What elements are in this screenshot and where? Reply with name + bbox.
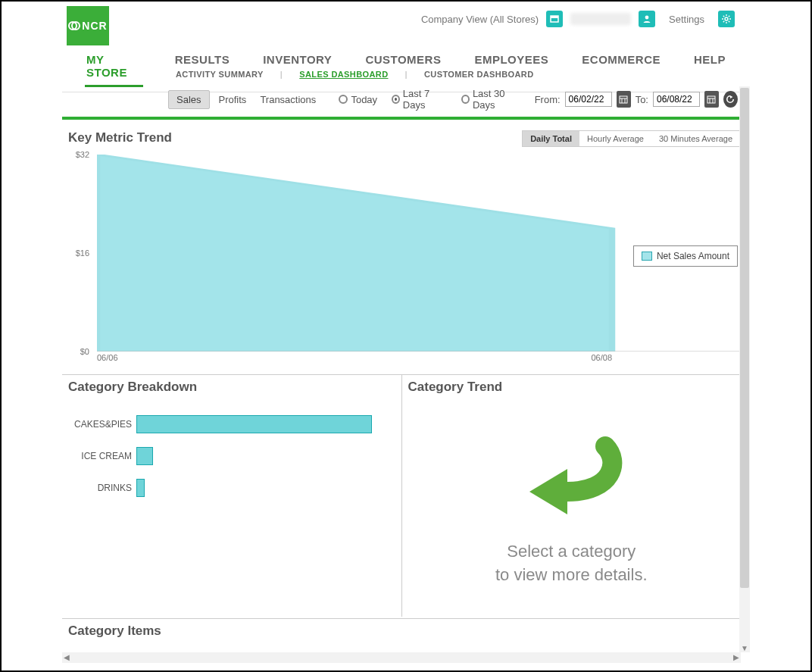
ytick-0: $0	[80, 347, 89, 356]
metric-tab-sales[interactable]: Sales	[168, 90, 210, 109]
breakdown-title: Category Breakdown	[68, 380, 395, 398]
legend-swatch	[642, 252, 652, 261]
brand-text: NCR	[82, 20, 107, 32]
sub-nav: ACTIVITY SUMMARY | SALES DASHBOARD | CUS…	[176, 70, 534, 79]
hint-arrow-icon	[514, 431, 628, 522]
ytick-16: $16	[76, 248, 89, 258]
store-icon[interactable]	[546, 11, 563, 27]
from-date-input[interactable]	[565, 92, 612, 107]
xtick-end: 06/08	[591, 353, 612, 362]
user-icon[interactable]	[639, 11, 655, 27]
bar-label: CAKES&PIES	[68, 419, 136, 430]
svg-point-4	[645, 16, 649, 20]
user-name-redacted	[570, 13, 631, 25]
gear-icon[interactable]	[718, 11, 735, 27]
bar-cakes	[136, 415, 372, 433]
bar-label: DRINKS	[68, 483, 136, 493]
horizontal-scrollbar[interactable]: ◀ ▶	[62, 652, 741, 663]
chart-legend: Net Sales Amount	[633, 245, 738, 267]
svg-point-5	[725, 17, 728, 20]
accent-divider	[62, 117, 741, 120]
tab-my-store[interactable]: MY STORE	[85, 52, 143, 87]
metric-tab-transactions[interactable]: Transactions	[255, 91, 320, 108]
settings-link[interactable]: Settings	[669, 14, 704, 25]
subnav-customer-dashboard[interactable]: CUSTOMER DASHBOARD	[424, 70, 534, 79]
tab-help[interactable]: HELP	[692, 52, 727, 87]
calendar-from-icon[interactable]	[617, 91, 631, 108]
bar-row[interactable]: CAKES&PIES	[68, 408, 395, 440]
metric-tab-profits[interactable]: Profits	[214, 91, 251, 108]
range-last7[interactable]: Last 7 Days	[392, 88, 447, 111]
to-label: To:	[636, 94, 648, 105]
toggle-30min-avg[interactable]: 30 Minutes Average	[651, 131, 740, 146]
ytick-32: $32	[76, 150, 89, 159]
svg-marker-22	[97, 155, 612, 352]
trend-title: Category Trend	[408, 380, 735, 398]
range-last30[interactable]: Last 30 Days	[461, 88, 521, 111]
filter-controls: Sales Profits Transactions Today Last 7 …	[62, 86, 741, 117]
content-scroll: Sales Profits Transactions Today Last 7 …	[62, 86, 741, 661]
toggle-hourly-avg[interactable]: Hourly Average	[579, 131, 651, 146]
metric-toggle: Daily Total Hourly Average 30 Minutes Av…	[522, 130, 741, 147]
main-nav: MY STORE RESULTS INVENTORY CUSTOMERS EMP…	[62, 45, 750, 92]
bar-label: ICE CREAM	[68, 451, 136, 461]
subnav-activity-summary[interactable]: ACTIVITY SUMMARY	[176, 70, 264, 79]
bar-icecream	[136, 447, 153, 465]
category-items-title: Category Items	[62, 618, 741, 643]
logo-icon	[68, 20, 80, 32]
to-date-input[interactable]	[653, 92, 700, 107]
svg-rect-14	[620, 96, 627, 103]
svg-line-12	[723, 21, 724, 22]
svg-line-13	[729, 16, 729, 17]
bar-row[interactable]: DRINKS	[68, 472, 395, 504]
subnav-sales-dashboard[interactable]: SALES DASHBOARD	[299, 70, 388, 79]
svg-marker-24	[529, 469, 567, 514]
toggle-daily-total[interactable]: Daily Total	[523, 131, 579, 146]
svg-line-11	[729, 21, 729, 22]
scroll-thumb[interactable]	[740, 88, 749, 588]
trend-chart: $32 $16 $0 Net Sales Amount 06/06 06/08	[62, 155, 741, 367]
svg-rect-3	[551, 16, 558, 18]
trend-hint: Select a category to view more details.	[408, 540, 735, 587]
company-view-label[interactable]: Company View (All Stores)	[421, 14, 539, 25]
calendar-to-icon[interactable]	[704, 91, 719, 108]
vertical-scrollbar[interactable]: ▲ ▼	[739, 86, 750, 652]
svg-line-10	[723, 16, 724, 17]
from-label: From:	[535, 94, 561, 105]
bar-drinks	[136, 479, 145, 497]
svg-rect-18	[707, 96, 715, 103]
range-today[interactable]: Today	[339, 94, 377, 105]
refresh-icon[interactable]	[723, 91, 738, 108]
tab-ecommerce[interactable]: ECOMMERCE	[580, 52, 662, 87]
bar-row[interactable]: ICE CREAM	[68, 440, 395, 472]
xtick-start: 06/06	[97, 353, 118, 362]
legend-label: Net Sales Amount	[657, 251, 729, 261]
metric-title: Key Metric Trend	[62, 130, 172, 148]
brand-logo: NCR	[67, 6, 109, 45]
breakdown-chart: CAKES&PIES ICE CREAM DRINKS	[68, 408, 395, 504]
